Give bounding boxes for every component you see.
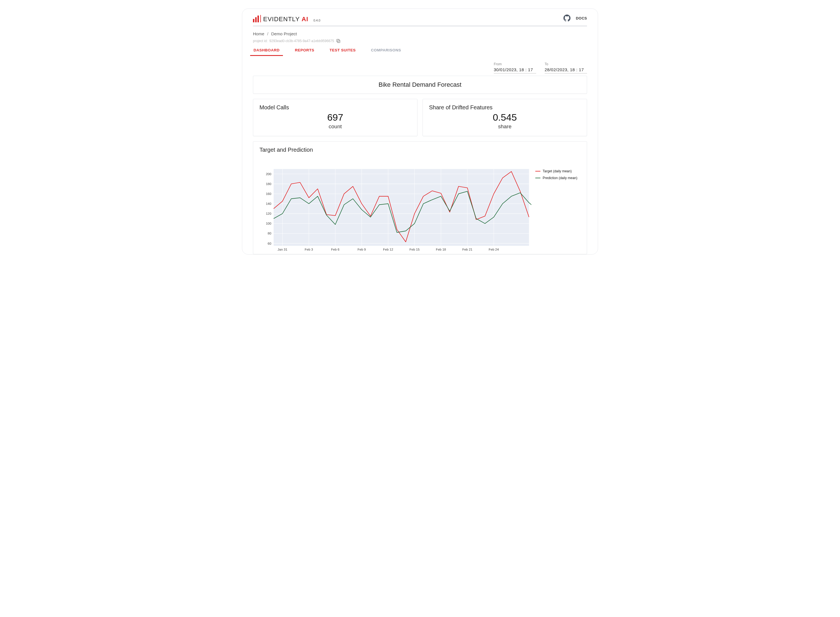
- date-to-label: To: [545, 62, 587, 67]
- breadcrumb-home[interactable]: Home: [253, 31, 264, 36]
- svg-text:120: 120: [266, 212, 271, 215]
- date-from-label: From: [494, 62, 536, 67]
- chart-plot[interactable]: 6080100120140160180200Jan 31Feb 3Feb 6Fe…: [259, 167, 531, 254]
- breadcrumb-sep: /: [265, 31, 270, 36]
- svg-text:Feb 12: Feb 12: [383, 248, 393, 251]
- metric-model-calls-title: Model Calls: [259, 104, 411, 111]
- svg-text:Feb 21: Feb 21: [462, 248, 473, 251]
- metric-model-calls-sub: count: [259, 124, 411, 130]
- metric-drift-value: 0.545: [429, 112, 581, 123]
- svg-text:Feb 9: Feb 9: [358, 248, 366, 251]
- logo-bars-icon: [253, 15, 261, 23]
- legend-target-label: Target (daily mean): [543, 168, 572, 174]
- github-icon[interactable]: [563, 15, 571, 22]
- legend-target-swatch: [535, 171, 540, 172]
- legend-prediction-swatch: [535, 178, 540, 179]
- topbar: EVIDENTLY AI 0.4.0 DOCS: [253, 15, 587, 26]
- tab-comparisons[interactable]: COMPARISONS: [371, 45, 402, 56]
- svg-text:Feb 6: Feb 6: [331, 248, 339, 251]
- metric-model-calls-value: 697: [259, 112, 411, 123]
- version-label: 0.4.0: [311, 19, 320, 23]
- top-actions: DOCS: [563, 15, 587, 23]
- svg-text:80: 80: [268, 232, 271, 235]
- project-id-value: 9293ead0-cb3b-4785-9a47-a1ebb9596675: [269, 39, 334, 43]
- tabs: DASHBOARD REPORTS TEST SUITES COMPARISON…: [253, 45, 587, 56]
- date-from-field[interactable]: From 30/01/2023, 18 : 17: [494, 62, 536, 74]
- metrics-row: Model Calls 697 count Share of Drifted F…: [253, 99, 587, 136]
- chart-title: Target and Prediction: [259, 147, 581, 153]
- copy-icon[interactable]: [336, 38, 341, 43]
- metric-model-calls: Model Calls 697 count: [253, 99, 417, 136]
- breadcrumb-current: Demo Project: [271, 31, 297, 36]
- svg-text:140: 140: [266, 202, 271, 205]
- date-to-field[interactable]: To 28/02/2023, 18 : 17: [545, 62, 587, 74]
- svg-text:180: 180: [266, 182, 271, 186]
- docs-link[interactable]: DOCS: [576, 16, 587, 20]
- project-id-row: project id: 9293ead0-cb3b-4785-9a47-a1eb…: [253, 38, 587, 45]
- brand-logo: EVIDENTLY AI: [253, 15, 308, 23]
- date-from-value[interactable]: 30/01/2023, 18 : 17: [494, 67, 536, 74]
- svg-rect-2: [274, 169, 529, 246]
- brand: EVIDENTLY AI 0.4.0: [253, 15, 320, 23]
- svg-text:Jan 31: Jan 31: [278, 248, 287, 251]
- date-to-value[interactable]: 28/02/2023, 18 : 17: [545, 67, 587, 74]
- tab-reports[interactable]: REPORTS: [294, 45, 315, 56]
- breadcrumb: Home / Demo Project: [253, 26, 587, 38]
- svg-text:Feb 18: Feb 18: [436, 248, 446, 251]
- legend-prediction-label: Prediction (daily mean): [543, 174, 577, 182]
- date-range: From 30/01/2023, 18 : 17 To 28/02/2023, …: [253, 56, 587, 76]
- svg-text:60: 60: [268, 242, 271, 245]
- legend-target[interactable]: Target (daily mean): [535, 168, 581, 174]
- metric-drift-title: Share of Drifted Features: [429, 104, 581, 111]
- svg-text:100: 100: [266, 222, 271, 225]
- dashboard-title-panel: Bike Rental Demand Forecast: [253, 76, 587, 94]
- brand-ai: AI: [300, 16, 308, 23]
- chart-legend: Target (daily mean) Prediction (daily me…: [535, 167, 581, 182]
- chart-panel: Target and Prediction 608010012014016018…: [253, 141, 587, 254]
- project-id-label: project id:: [253, 39, 268, 43]
- dashboard-title: Bike Rental Demand Forecast: [379, 81, 461, 88]
- brand-text: EVIDENTLY AI: [263, 16, 308, 23]
- svg-text:200: 200: [266, 172, 271, 176]
- metric-drift: Share of Drifted Features 0.545 share: [423, 99, 587, 136]
- svg-rect-1: [337, 39, 339, 42]
- svg-rect-0: [337, 40, 340, 43]
- brand-name: EVIDENTLY: [263, 16, 300, 23]
- tab-dashboard[interactable]: DASHBOARD: [253, 45, 280, 56]
- metric-drift-sub: share: [429, 124, 581, 130]
- svg-text:Feb 24: Feb 24: [489, 248, 499, 251]
- tab-test-suites[interactable]: TEST SUITES: [329, 45, 356, 56]
- svg-text:Feb 15: Feb 15: [410, 248, 420, 251]
- svg-text:Feb 3: Feb 3: [305, 248, 313, 251]
- svg-text:160: 160: [266, 192, 271, 195]
- app-window: EVIDENTLY AI 0.4.0 DOCS Home / Demo Proj…: [242, 9, 598, 255]
- legend-prediction[interactable]: Prediction (daily mean): [535, 174, 581, 182]
